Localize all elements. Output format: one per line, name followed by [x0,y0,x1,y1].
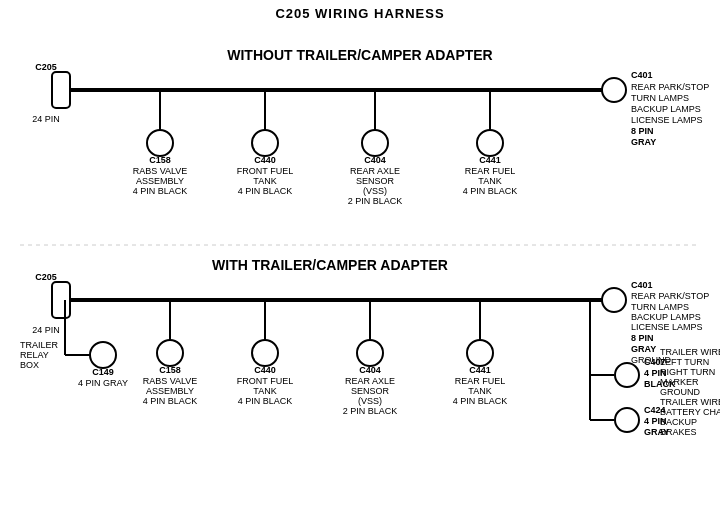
section1-right-label3: BACKUP LAMPS [631,104,701,114]
s2-c404-l3: (VSS) [358,396,382,406]
section2-label: WITH TRAILER/CAMPER ADAPTER [212,257,448,273]
s1-c404-l1: REAR AXLE [350,166,400,176]
s2-c440-circle [252,340,278,366]
section1-label: WITHOUT TRAILER/CAMPER ADAPTER [227,47,492,63]
s1-c440-l3: 4 PIN BLACK [238,186,293,196]
section2-right-label4: LICENSE LAMPS [631,322,703,332]
section1-c205-label: C205 [35,62,57,72]
s2-c149-pins: 4 PIN GRAY [78,378,128,388]
s2-c404-l4: 2 PIN BLACK [343,406,398,416]
s1-c441-l1: REAR FUEL [465,166,516,176]
s2-c158-circle [157,340,183,366]
s2-c424-l4: BRAKES [660,427,697,437]
diagram-container: C205 WIRING HARNESS WITHOUT TRAILER/CAMP… [0,0,720,517]
s2-c407-l2: LEFT TURN [660,357,709,367]
s1-c404-l3: (VSS) [363,186,387,196]
s1-c441-circle [477,130,503,156]
s2-c441-l3: 4 PIN BLACK [453,396,508,406]
section2-c401-label: C401 [631,280,653,290]
section2-left-connector [52,282,70,318]
s2-c440-id: C440 [254,365,276,375]
s2-c440-l3: 4 PIN BLACK [238,396,293,406]
s2-relay-l1: TRAILER [20,340,59,350]
s1-c404-l4: 2 PIN BLACK [348,196,403,206]
s2-c158-l3: 4 PIN BLACK [143,396,198,406]
s2-c158-l2: ASSEMBLY [146,386,194,396]
s2-c441-l2: TANK [468,386,491,396]
s2-c158-l1: RABS VALVE [143,376,198,386]
s2-c407-circle [615,363,639,387]
s1-c441-l3: 4 PIN BLACK [463,186,518,196]
s1-c404-circle [362,130,388,156]
s1-c158-circle [147,130,173,156]
s1-c158-l3: 4 PIN BLACK [133,186,188,196]
section1-right-label1: REAR PARK/STOP [631,82,709,92]
s2-c441-l1: REAR FUEL [455,376,506,386]
s2-c424-circle [615,408,639,432]
s2-c407-l3: RIGHT TURN [660,367,715,377]
section1-right-label2: TURN LAMPS [631,93,689,103]
s2-c440-l2: TANK [253,386,276,396]
s1-c440-circle [252,130,278,156]
wiring-diagram: WITHOUT TRAILER/CAMPER ADAPTER C205 24 P… [0,0,720,517]
s2-c407-l4: MARKER [660,377,699,387]
section1-right-connector [602,78,626,102]
s1-c440-l1: FRONT FUEL [237,166,293,176]
section1-c401-label: C401 [631,70,653,80]
s2-c404-id: C404 [359,365,381,375]
section1-right-label6: GRAY [631,137,656,147]
s2-relay-l2: RELAY [20,350,49,360]
s1-c158-l1: RABS VALVE [133,166,188,176]
section1-24pin-label: 24 PIN [32,114,60,124]
section2-24pin-label: 24 PIN [32,325,60,335]
s2-c404-l2: SENSOR [351,386,390,396]
s1-c404-id: C404 [364,155,386,165]
s2-c424-l3: BACKUP [660,417,697,427]
s1-c440-id: C440 [254,155,276,165]
section1-left-connector [52,72,70,108]
section2-right-label3: BACKUP LAMPS [631,312,701,322]
s2-c404-circle [357,340,383,366]
section2-right-label6: GRAY [631,344,656,354]
section1-right-label5: 8 PIN [631,126,654,136]
section2-right-connector [602,288,626,312]
s2-c149-circle [90,342,116,368]
s2-c441-circle [467,340,493,366]
section2-right-label5: 8 PIN [631,333,654,343]
s2-c407-l1: TRAILER WIRES [660,347,720,357]
s2-relay-l3: BOX [20,360,39,370]
s2-c441-id: C441 [469,365,491,375]
s2-c404-l1: REAR AXLE [345,376,395,386]
s1-c440-l2: TANK [253,176,276,186]
s1-c441-l2: TANK [478,176,501,186]
section1-right-label4: LICENSE LAMPS [631,115,703,125]
s2-c407-l5: GROUND [660,387,700,397]
s2-c440-l1: FRONT FUEL [237,376,293,386]
s2-c424-l2: BATTERY CHARGE [660,407,720,417]
section2-right-label2: TURN LAMPS [631,302,689,312]
section2-c205-label: C205 [35,272,57,282]
s1-c158-id: C158 [149,155,171,165]
section2-right-label1: REAR PARK/STOP [631,291,709,301]
s2-c158-id: C158 [159,365,181,375]
s2-c424-l1: TRAILER WIRES [660,397,720,407]
s1-c404-l2: SENSOR [356,176,395,186]
s1-c158-l2: ASSEMBLY [136,176,184,186]
s2-c149-id: C149 [92,367,114,377]
s1-c441-id: C441 [479,155,501,165]
